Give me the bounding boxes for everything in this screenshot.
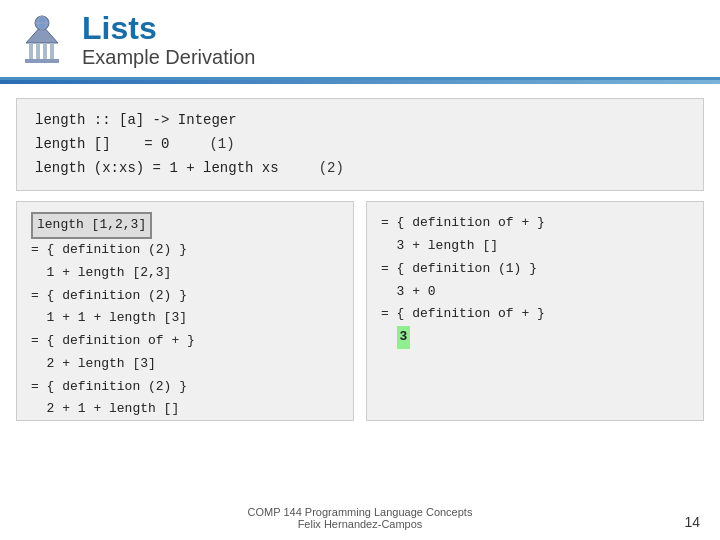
svg-rect-4: [50, 43, 54, 59]
svg-rect-3: [43, 43, 47, 59]
right-panel: = { definition of + } 3 + length [] = { …: [366, 201, 704, 421]
left-line-1: length [1,2,3]: [31, 212, 339, 239]
page-title: Lists: [82, 12, 255, 44]
rule-1: (1): [209, 133, 234, 157]
left-line-8: = { definition (2) }: [31, 376, 339, 399]
left-line-7: 2 + length [3]: [31, 353, 339, 376]
page-subtitle: Example Derivation: [82, 46, 255, 69]
code-block: length :: [a] -> Integer length [] = 0 (…: [16, 98, 704, 191]
right-line-2: 3 + length []: [381, 235, 689, 258]
right-line-5: = { definition of + }: [381, 303, 689, 326]
derivation-panels: length [1,2,3] = { definition (2) } 1 + …: [16, 201, 704, 421]
page-number: 14: [684, 514, 700, 530]
left-line-2: = { definition (2) }: [31, 239, 339, 262]
code-text-3: length (x:xs) = 1 + length xs: [35, 157, 279, 181]
left-line-6: = { definition of + }: [31, 330, 339, 353]
highlighted-term: length [1,2,3]: [31, 212, 152, 239]
left-line-4: = { definition (2) }: [31, 285, 339, 308]
footer: COMP 144 Programming Language Concepts F…: [0, 506, 720, 530]
right-line-4: 3 + 0: [381, 281, 689, 304]
code-line-1: length :: [a] -> Integer: [35, 109, 685, 133]
accent-line: [0, 80, 720, 84]
code-text-1: length :: [a] -> Integer: [35, 109, 237, 133]
footer-line2: Felix Hernandez-Campos: [0, 518, 720, 530]
footer-line1: COMP 144 Programming Language Concepts: [0, 506, 720, 518]
code-text-2: length [] = 0: [35, 133, 169, 157]
code-line-2: length [] = 0 (1): [35, 133, 685, 157]
left-line-3: 1 + length [2,3]: [31, 262, 339, 285]
right-line-1: = { definition of + }: [381, 212, 689, 235]
code-line-3: length (x:xs) = 1 + length xs (2): [35, 157, 685, 181]
right-line-3: = { definition (1) }: [381, 258, 689, 281]
header: Lists Example Derivation: [0, 0, 720, 80]
left-panel: length [1,2,3] = { definition (2) } 1 + …: [16, 201, 354, 421]
logo-icon: [16, 15, 68, 67]
result-value: 3: [397, 326, 411, 349]
right-line-6: 3: [381, 326, 689, 349]
header-text: Lists Example Derivation: [82, 12, 255, 69]
svg-rect-1: [29, 43, 33, 59]
rule-2: (2): [319, 157, 344, 181]
left-line-9: 2 + 1 + length []: [31, 398, 339, 421]
left-line-5: 1 + 1 + length [3]: [31, 307, 339, 330]
svg-rect-5: [25, 59, 59, 63]
svg-rect-2: [36, 43, 40, 59]
